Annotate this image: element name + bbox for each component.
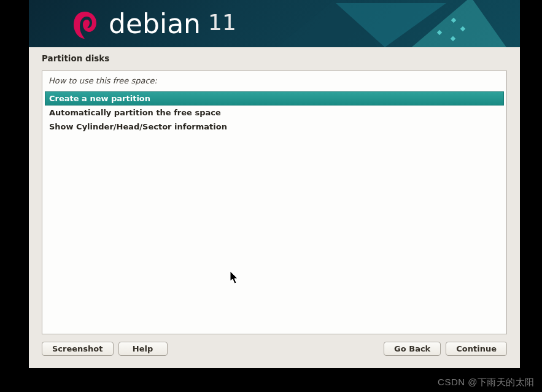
- debian-logo: debian 11: [72, 6, 236, 41]
- spacer: [172, 342, 379, 356]
- help-button[interactable]: Help: [118, 342, 168, 356]
- continue-button[interactable]: Continue: [446, 342, 507, 356]
- watermark: CSDN @下雨天的太阳: [438, 377, 535, 388]
- header-banner: debian 11: [29, 0, 520, 47]
- option-show-chs[interactable]: Show Cylinder/Head/Sector information: [45, 120, 504, 134]
- installer-window: debian 11 Partition disks How to use thi…: [29, 0, 520, 368]
- option-list: Create a new partition Automatically par…: [45, 91, 504, 134]
- content-panel: How to use this free space: Create a new…: [42, 71, 507, 334]
- prompt-label: How to use this free space:: [42, 76, 506, 89]
- page-title: Partition disks: [29, 47, 520, 67]
- banner-triangle: [409, 0, 508, 47]
- debian-swirl-icon: [72, 9, 98, 41]
- go-back-button[interactable]: Go Back: [384, 342, 441, 356]
- option-create-new-partition[interactable]: Create a new partition: [45, 91, 504, 106]
- brand-version: 11: [208, 10, 236, 35]
- screenshot-button[interactable]: Screenshot: [42, 342, 114, 356]
- brand-name: debian: [109, 8, 201, 39]
- button-bar: Screenshot Help Go Back Continue: [29, 340, 520, 364]
- option-auto-partition[interactable]: Automatically partition the free space: [45, 106, 504, 120]
